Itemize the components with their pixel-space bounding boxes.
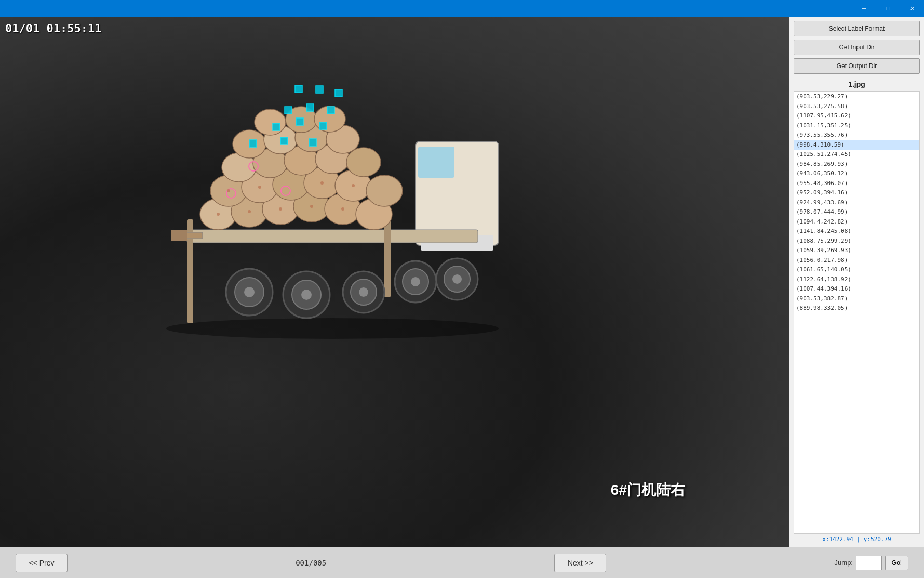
svg-rect-31	[295, 85, 302, 93]
close-button[interactable]: ✕	[900, 0, 924, 17]
svg-point-53	[320, 181, 324, 185]
timestamp-overlay: 01/01 01:55:11	[5, 22, 101, 35]
minimize-button[interactable]: ─	[852, 0, 876, 17]
list-item[interactable]: (1088.75,299.29)	[794, 237, 919, 246]
prev-button[interactable]: << Prev	[16, 554, 68, 572]
svg-point-54	[352, 184, 355, 187]
bottom-bar: << Prev 001/005 Next >> Jump: Go!	[0, 547, 924, 578]
svg-point-18	[366, 175, 403, 206]
list-item[interactable]: (1031.15,351.25)	[794, 121, 919, 131]
svg-rect-34	[285, 107, 292, 114]
list-item[interactable]: (978.07,444.99)	[794, 207, 919, 217]
right-panel: Select Label Format Get Input Dir Get Ou…	[789, 17, 924, 547]
svg-point-60	[301, 290, 312, 300]
list-item[interactable]: (1059.39,269.93)	[794, 246, 919, 256]
list-item[interactable]: (1107.95,415.62)	[794, 111, 919, 121]
list-item[interactable]: (955.48,306.07)	[794, 179, 919, 189]
list-item[interactable]: (924.99,433.69)	[794, 198, 919, 208]
svg-rect-37	[273, 123, 280, 130]
go-button[interactable]: Go!	[885, 556, 908, 570]
list-item[interactable]: (1094.4,242.82)	[794, 217, 919, 227]
jump-area: Jump: Go!	[835, 556, 908, 570]
list-item[interactable]: (903.53,382.87)	[794, 294, 919, 304]
list-item[interactable]: (984.85,269.93)	[794, 160, 919, 169]
svg-rect-39	[319, 122, 327, 129]
list-item[interactable]: (903.53,229.27)	[794, 92, 919, 102]
list-item[interactable]: (889.98,332.05)	[794, 304, 919, 313]
list-item[interactable]: (998.4,310.59)	[794, 140, 919, 150]
truck-svg	[145, 37, 519, 339]
list-item[interactable]: (1122.64,138.92)	[794, 275, 919, 285]
svg-rect-2	[418, 147, 454, 178]
svg-rect-71	[171, 230, 187, 241]
image-panel[interactable]: 01/01 01:55:11	[0, 17, 789, 547]
svg-rect-6	[384, 219, 391, 297]
svg-point-49	[310, 205, 313, 208]
select-label-format-button[interactable]: Select Label Format	[794, 21, 920, 36]
jump-input[interactable]	[856, 556, 882, 570]
get-output-dir-button[interactable]: Get Output Dir	[794, 58, 920, 74]
svg-rect-40	[249, 140, 257, 147]
svg-point-28	[255, 109, 286, 135]
svg-point-51	[227, 189, 230, 192]
jump-label: Jump:	[835, 559, 853, 567]
coordinate-status: x:1422.94 | y:520.79	[794, 536, 920, 543]
list-item[interactable]: (1007.44,394.16)	[794, 284, 919, 294]
main-area: 01/01 01:55:11	[0, 17, 924, 547]
list-item[interactable]: (973.55,355.76)	[794, 130, 919, 140]
list-item[interactable]: (1056.0,217.98)	[794, 256, 919, 266]
svg-point-46	[217, 213, 220, 216]
coordinates-list[interactable]: (903.53,229.27)(903.53,275.58)(1107.95,4…	[794, 91, 920, 534]
svg-point-69	[452, 274, 462, 284]
svg-rect-33	[335, 89, 342, 97]
svg-rect-42	[309, 139, 316, 146]
get-input-dir-button[interactable]: Get Input Dir	[794, 40, 920, 55]
svg-point-66	[411, 277, 420, 286]
maximize-button[interactable]: □	[876, 0, 900, 17]
list-item[interactable]: (952.09,394.16)	[794, 188, 919, 198]
svg-point-57	[244, 287, 255, 297]
svg-point-50	[341, 207, 344, 211]
list-item[interactable]: (903.53,275.58)	[794, 102, 919, 112]
svg-point-47	[248, 210, 251, 213]
list-item[interactable]: (1141.84,245.08)	[794, 227, 919, 237]
camera-label: 6#门机陆右	[611, 480, 685, 500]
titlebar: ─ □ ✕	[0, 0, 924, 17]
truck-container	[145, 37, 519, 339]
svg-rect-4	[187, 230, 478, 243]
list-item[interactable]: (1025.51,274.45)	[794, 150, 919, 160]
list-item[interactable]: (1061.65,140.05)	[794, 265, 919, 275]
svg-point-63	[359, 287, 368, 297]
file-title: 1.jpg	[794, 80, 920, 88]
svg-rect-38	[296, 118, 303, 125]
svg-point-0	[166, 318, 499, 339]
svg-rect-35	[306, 104, 314, 111]
svg-rect-36	[327, 107, 334, 114]
svg-rect-32	[316, 86, 323, 93]
svg-point-48	[279, 207, 282, 211]
svg-point-23	[346, 148, 381, 177]
next-button[interactable]: Next >>	[554, 554, 606, 572]
list-item[interactable]: (943.06,350.12)	[794, 169, 919, 179]
page-indicator: 001/005	[296, 559, 326, 567]
svg-point-52	[258, 186, 261, 189]
svg-rect-41	[280, 137, 288, 144]
